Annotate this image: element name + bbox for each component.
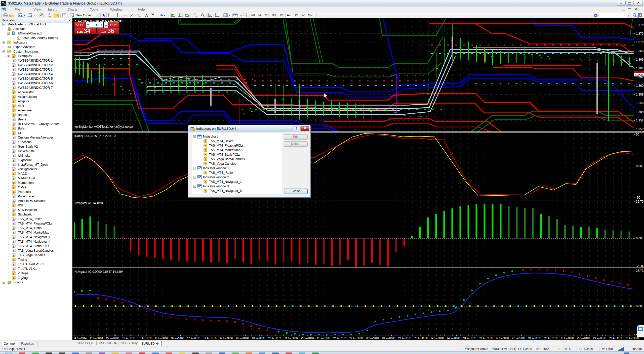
svg-text:0.00: 0.00 — [636, 304, 642, 308]
svg-text:#WSS943!INDICATOR-7: #WSS943!INDICATOR-7 — [18, 86, 53, 90]
svg-text:TAS_MT4_iRatio: TAS_MT4_iRatio — [209, 171, 233, 174]
svg-text:#WSS943!INDICATOR-2: #WSS943!INDICATOR-2 — [18, 63, 53, 67]
svg-text:23 Jan 00:00: 23 Jan 00:00 — [382, 337, 395, 340]
svg-text:Custom Moving Averages: Custom Moving Averages — [18, 136, 54, 139]
svg-text:Timing: Timing — [18, 258, 27, 261]
svg-text:#WSS943!INDICATOR-6: #WSS943!INDICATOR-6 — [18, 81, 53, 85]
svg-text:A: A — [145, 13, 148, 17]
svg-text:#WSS943!INDICATOR-1: #WSS943!INDICATOR-1 — [18, 59, 53, 62]
svg-text:1.3525: 1.3525 — [636, 119, 644, 122]
svg-text:15 Jan 00:00: 15 Jan 00:00 — [90, 337, 103, 340]
svg-text:21 Jan 00:00: 21 Jan 00:00 — [285, 337, 298, 340]
svg-text:14 Jan 2014: 14 Jan 2014 — [73, 337, 87, 340]
svg-text:1.3685: 1.3685 — [636, 49, 644, 53]
svg-text:#WSS943!INDICATOR-5: #WSS943!INDICATOR-5 — [18, 77, 53, 80]
svg-text:Stochastic: Stochastic — [18, 213, 32, 216]
svg-text:F: F — [139, 15, 141, 18]
svg-text:TAS_MT4_FloatingPCLs: TAS_MT4_FloatingPCLs — [209, 144, 244, 147]
svg-text:TAS_MT4_MarketMap: TAS_MT4_MarketMap — [18, 231, 49, 234]
svg-text:iExposure: iExposure — [18, 158, 32, 162]
svg-text:1.3634: 1.3634 — [634, 73, 644, 77]
svg-text:20 Jan 00:00: 20 Jan 00:00 — [236, 337, 249, 340]
svg-text:New Order: New Order — [75, 13, 92, 17]
svg-text:28 Jan 16:00: 28 Jan 16:00 — [561, 337, 574, 340]
svg-text:TrueTL Alert V1.01: TrueTL Alert V1.01 — [18, 262, 44, 266]
svg-text:15 Jan 08:00: 15 Jan 08:00 — [106, 337, 119, 340]
svg-text:Awesome: Awesome — [18, 109, 32, 112]
svg-text:ZigZag: ZigZag — [18, 276, 28, 280]
svg-text:Alligator: Alligator — [18, 100, 29, 103]
svg-text:3592195: Andrey Bobrov: 3592195: Andrey Bobrov — [23, 36, 58, 40]
svg-text:Price Trace: Price Trace — [18, 195, 34, 198]
svg-text:27 Jan 16:00: 27 Jan 16:00 — [512, 337, 525, 340]
svg-text:TAS_MT4_StaticPCLs: TAS_MT4_StaticPCLs — [209, 153, 240, 156]
svg-text:Bands: Bands — [18, 113, 27, 117]
svg-text:TAS_MT4_StaticPCLs: TAS_MT4_StaticPCLs — [18, 244, 49, 248]
svg-text:BELKHAYATE Gravity Center: BELKHAYATE Gravity Center — [18, 122, 59, 126]
svg-text:Bulls: Bulls — [18, 127, 25, 130]
svg-text:1.3725: 1.3725 — [636, 32, 644, 35]
svg-text:17 Jan 08:00: 17 Jan 08:00 — [203, 337, 216, 340]
svg-text:Accumulation: Accumulation — [18, 95, 37, 99]
svg-text:24 Jan 08:00: 24 Jan 08:00 — [447, 337, 460, 340]
svg-text:Examples: Examples — [18, 54, 32, 58]
svg-text:28 Jan 08:00: 28 Jan 08:00 — [544, 337, 557, 340]
svg-text:STD Indicator: STD Indicator — [18, 208, 37, 212]
svg-text:22 Jan 16:00: 22 Jan 16:00 — [366, 337, 379, 340]
svg-text:28 Jan 00:00: 28 Jan 00:00 — [528, 337, 541, 340]
svg-text:27 Jan 08:00: 27 Jan 08:00 — [496, 337, 509, 340]
svg-text:iRatio(10,3,3) 25.8216 22.3133: iRatio(10,3,3) 25.8216 22.3133 — [74, 134, 116, 138]
svg-text:29 Jan 08:00: 29 Jan 08:00 — [593, 337, 606, 340]
svg-text:23 Jan 16:00: 23 Jan 16:00 — [415, 337, 428, 340]
svg-text:T: T — [152, 14, 154, 17]
svg-text:24 Jan 16:00: 24 Jan 16:00 — [463, 337, 476, 340]
svg-text:17 Jan 00:00: 17 Jan 00:00 — [187, 337, 200, 340]
svg-text:16 Jan 16:00: 16 Jan 16:00 — [171, 337, 184, 340]
svg-text:TAS_MT4_FloatingPCLs: TAS_MT4_FloatingPCLs — [18, 222, 52, 225]
svg-text:1.3745: 1.3745 — [636, 23, 644, 27]
svg-text:Scripts: Scripts — [13, 281, 23, 284]
svg-text:22 Jan 00:00: 22 Jan 00:00 — [333, 337, 346, 340]
svg-text:Gen_Starb V2: Gen_Starb V2 — [18, 145, 38, 148]
svg-text:1.3505: 1.3505 — [636, 127, 644, 131]
svg-text:1.3705: 1.3705 — [636, 40, 644, 44]
svg-text:Accounts: Accounts — [13, 27, 26, 31]
svg-text:22 Jan 08:00: 22 Jan 08:00 — [349, 337, 363, 340]
svg-text:TAS_MT4_iRatio: TAS_MT4_iRatio — [18, 226, 42, 230]
svg-text:-28.8084: -28.8084 — [636, 264, 644, 268]
svg-text:Ichimoku: Ichimoku — [18, 154, 30, 157]
svg-text:Indicators: Indicators — [13, 41, 27, 44]
svg-text:16 Jan 00:00: 16 Jan 00:00 — [138, 337, 151, 340]
svg-text:16 Jan 08:00: 16 Jan 08:00 — [155, 337, 168, 340]
svg-text:Main chart: Main chart — [203, 135, 218, 138]
svg-text:15 Jan 16:00: 15 Jan 16:00 — [122, 337, 135, 340]
svg-text:TAS_MT4_MarketMap: TAS_MT4_MarketMap — [209, 148, 240, 152]
svg-text:1.3585: 1.3585 — [636, 93, 644, 96]
svg-text:21 Jan 16:00: 21 Jan 16:00 — [317, 337, 330, 340]
svg-text:Custom Indicators: Custom Indicators — [13, 50, 39, 53]
svg-text:35.7939: 35.7939 — [636, 200, 644, 203]
svg-text:EGlobal-Classic1: EGlobal-Classic1 — [18, 32, 42, 35]
svg-text:TAS_Vega Bars&Candles: TAS_Vega Bars&Candles — [18, 249, 54, 252]
svg-text:20 Jan 16:00: 20 Jan 16:00 — [268, 337, 281, 340]
svg-text:29 Jan 16:00: 29 Jan 16:00 — [609, 337, 622, 340]
svg-text:CCI: CCI — [18, 131, 23, 135]
svg-text:Heiken Ashi: Heiken Ashi — [18, 149, 34, 153]
svg-text:1.3605: 1.3605 — [636, 84, 644, 87]
svg-text:Accelerator: Accelerator — [18, 91, 34, 94]
svg-text:24 Jan 00:00: 24 Jan 00:00 — [431, 337, 444, 340]
svg-text:20 Jan 08:00: 20 Jan 08:00 — [252, 337, 265, 340]
svg-text:Expert Advisors: Expert Advisors — [13, 45, 35, 49]
svg-text:TAS_Vega Bars&Candles: TAS_Vega Bars&Candles — [209, 157, 245, 161]
svg-text:TAS_MT4_Boxes: TAS_MT4_Boxes — [18, 217, 42, 221]
svg-text:ZigPips: ZigPips — [18, 272, 28, 275]
svg-text:1.3565: 1.3565 — [636, 101, 644, 105]
svg-text:21 Jan 08:00: 21 Jan 08:00 — [301, 337, 314, 340]
svg-text:Navigator #2 0.0000 9.8647 14.: Navigator #2 0.0000 9.8647 14.1894 — [74, 270, 124, 274]
svg-text:MACD: MACD — [18, 172, 27, 175]
svg-text:TAS_MT4_Navigator_1: TAS_MT4_Navigator_1 — [209, 180, 242, 184]
svg-text:EURUSD,H4 1.3618 1.3640 1.361: EURUSD,H4 1.3618 1.3640 1.3618 1.3634 — [78, 19, 123, 22]
svg-text:-50: -50 — [636, 196, 640, 199]
svg-text:1.3665: 1.3665 — [636, 58, 644, 61]
svg-text:TAS_MT4_Navigator_II: TAS_MT4_Navigator_II — [209, 189, 242, 193]
